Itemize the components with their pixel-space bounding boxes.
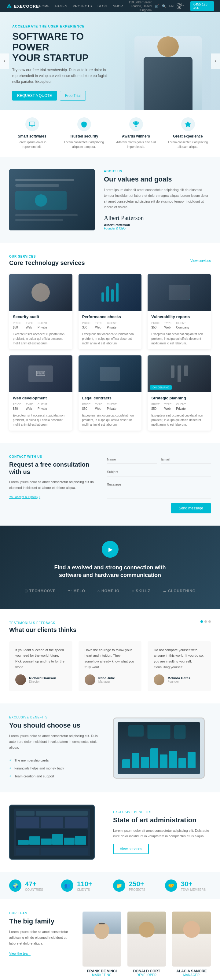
logo-homeio: ⌂ HOME.IO [97, 589, 120, 593]
about-label: ABOUT US [104, 170, 211, 173]
dot-1[interactable] [201, 620, 203, 623]
feature-title-3: Great experience [165, 134, 211, 138]
team-section: OUR TEAM The big family Lorem ipsum dolo… [0, 899, 220, 980]
lang-switcher[interactable]: EN [169, 5, 174, 8]
service-image-1 [78, 274, 142, 311]
feature-text-0: Lorem ipsum dolor in reprehenderit. [9, 140, 55, 149]
stat-projects: 📁 250+ PROJECTS [113, 880, 159, 892]
service-name-0: Security audit [13, 315, 69, 319]
trial-button[interactable]: Free Trial [60, 91, 86, 100]
nav-blog[interactable]: BLOG [97, 4, 108, 8]
team-photo-0 [83, 912, 121, 967]
bars-icon: ≡ [132, 589, 134, 593]
avatar-0 [15, 675, 26, 685]
stat-number-1: 110+ [77, 880, 92, 888]
team-member-2: ALACIA SANORE MANAGER [172, 912, 211, 979]
shield-icon [77, 117, 91, 131]
feature-item-2: Awards winners Adareni mattis goals arte… [113, 117, 159, 149]
contact-title: Request a free consultation with us [9, 461, 95, 476]
arrow-icon: › [40, 495, 40, 499]
testimonial-2: Do not compare yourself with anyone in t… [148, 641, 211, 692]
video-title: Find a evolved and strong connection wit… [49, 564, 171, 579]
service-image-3: ⌨ [9, 355, 72, 392]
logo-techmoove: ⊞ TECHMOOVE [24, 589, 56, 593]
navbar: EXECOORE HOME PAGES PROJECTS BLOG SHOP 1… [0, 0, 220, 12]
policy-link[interactable]: You accept our policy › [9, 495, 95, 499]
service-card-5: ON DEMAND Strategic planning PRICE$50 TY… [148, 355, 211, 431]
admin-title: State of art administration [113, 816, 211, 824]
message-input[interactable] [107, 480, 211, 498]
testimonial-1: Have the courage to follow your heart an… [78, 641, 142, 692]
hero-next-button[interactable]: › [211, 54, 220, 69]
why-label: EXCLUSIVE BENEFITS [9, 716, 101, 719]
why-point-0: The membership cards [9, 756, 101, 764]
svg-rect-2 [29, 122, 35, 126]
play-button[interactable] [102, 541, 118, 558]
cart-icon[interactable]: 🛒 [155, 4, 159, 8]
service-desc-0: Excepteur sint occaecat cupidatat non pr… [13, 332, 69, 345]
nav-home[interactable]: HOME [39, 4, 50, 8]
service-name-5: Strategic planning [151, 396, 207, 400]
test-title: What our clients thinks [9, 627, 77, 633]
view-services-button[interactable]: View services [113, 844, 149, 854]
dot-2[interactable] [204, 620, 207, 623]
why-title: You should choose us [9, 721, 101, 729]
view-team-button[interactable]: View the team [9, 951, 30, 956]
service-image-4 [78, 355, 142, 392]
nav-projects[interactable]: PROJECTS [73, 4, 92, 8]
cloud-icon: ☁ [163, 589, 167, 593]
stat-team: 🤝 30+ TEAM MEMBERS [165, 880, 211, 892]
team-members: FRANK DE VINCI MARKETING DONALD CORT DEV… [83, 912, 211, 979]
about-section: ABOUT US Our values and goals Lorem ipsu… [0, 157, 220, 243]
dot-3[interactable] [208, 620, 211, 623]
brand-icon [6, 3, 12, 9]
search-icon[interactable]: 🔍 [162, 4, 166, 8]
stat-label-2: PROJECTS [129, 888, 145, 891]
signature-name: Albert Patterson [104, 223, 211, 227]
testimonial-dots [201, 620, 211, 623]
services-section: OUR SERVICES Core Technology services Vi… [0, 243, 220, 443]
view-all-services[interactable]: View services [190, 259, 211, 262]
hero-section: ‹ ACCELERATE THE USER EXPERIENCE SOFTWAR… [0, 12, 220, 110]
hero-person-image [134, 37, 202, 110]
service-card-2: Vulnerability reports PRICE$50 TYPEWeb C… [148, 274, 211, 349]
hero-title: SOFTWARE TO POWER YOUR STARTUP [12, 31, 110, 64]
test-name-1: Irene Julie [98, 676, 115, 680]
service-image-5: ON DEMAND [148, 355, 211, 392]
team-text: Lorem ipsum dolor sit amet consectetur a… [9, 929, 70, 946]
feature-text-2: Adareni mattis goals arte a id imperdies… [113, 140, 159, 149]
test-role-0: Director [29, 680, 56, 683]
test-text-2: Do not compare yourself with anyone in t… [154, 647, 205, 670]
service-desc-3: Excepteur sint occaecat cupidatat non pr… [13, 413, 69, 427]
team-position-2: MANAGER [172, 973, 211, 977]
why-text: Lorem ipsum dolor sit amet consectetur a… [9, 733, 101, 750]
service-desc-2: Excepteur sint occaecat cupidatat non pr… [151, 332, 207, 345]
nav-pages[interactable]: PAGES [55, 4, 67, 8]
stats-section: 🌍 47+ COUNTRIES 👥 110+ CLIENTS 📁 250+ PR… [0, 872, 220, 899]
hero-prev-button[interactable]: ‹ [0, 54, 9, 69]
test-name-2: Melinda Gates [167, 676, 190, 680]
service-desc-1: Excepteur sint occaecat cupidatat non pr… [82, 332, 138, 345]
svg-marker-7 [185, 122, 191, 127]
navbar-brand[interactable]: EXECOORE [6, 3, 39, 9]
name-input[interactable] [107, 455, 157, 464]
services-label: OUR SERVICES [9, 255, 85, 258]
subject-input[interactable] [107, 468, 211, 476]
services-grid: Security audit PRICE$50 TYPEWeb CLIENTPr… [9, 274, 211, 431]
email-input[interactable] [161, 455, 211, 464]
testimonials-grid: If you dont succeed at the speed you nee… [9, 641, 211, 692]
send-button[interactable]: Send message [171, 503, 211, 513]
why-point-2: Team creation and support [9, 772, 101, 780]
service-desc-5: Excepteur sint occaecat cupidatat non pr… [151, 413, 207, 427]
stat-label-0: COUNTRIES [25, 888, 43, 891]
why-point-1: Financials helps and money back [9, 764, 101, 772]
service-badge-5: ON DEMAND [150, 385, 172, 390]
logo-melo: 〜 MELO [68, 589, 85, 594]
quote-button[interactable]: REQUEST A QUOTE [12, 91, 57, 100]
nav-shop[interactable]: SHOP [113, 4, 123, 8]
feature-title-1: Trusted security [61, 134, 107, 138]
video-section: Find a evolved and strong connection wit… [0, 526, 220, 609]
admin-section: EXCLUSIVE BENEFITS State of art administ… [0, 792, 220, 872]
phone-number[interactable]: 0455 123 456 [190, 1, 214, 11]
stat-clients: 👥 110+ CLIENTS [61, 880, 107, 892]
